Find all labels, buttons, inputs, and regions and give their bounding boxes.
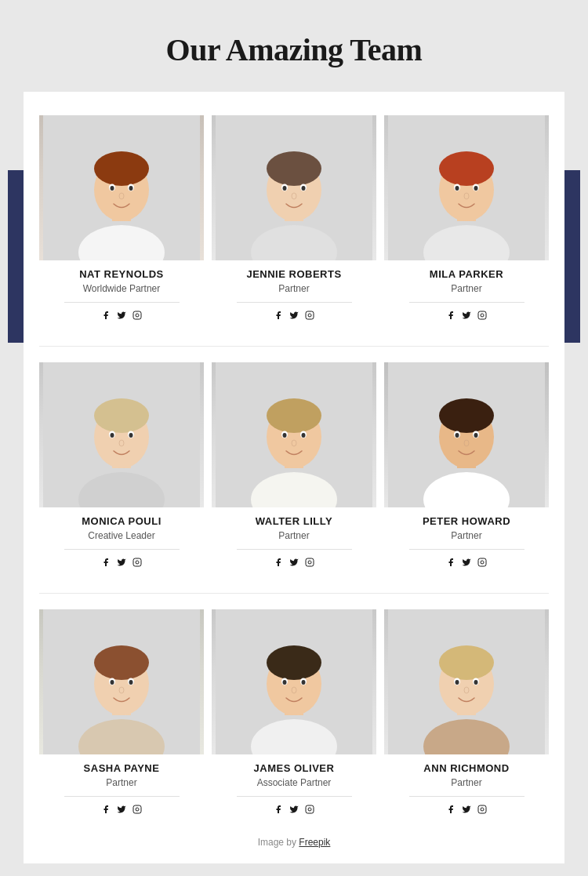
- page-title: Our Amazing Team: [166, 31, 423, 68]
- facebook-icon-nat-reynolds[interactable]: [101, 311, 111, 322]
- svg-point-108: [439, 645, 494, 680]
- svg-point-100: [292, 687, 296, 693]
- svg-point-34: [474, 186, 478, 191]
- svg-point-48: [119, 440, 124, 446]
- svg-point-43: [94, 398, 149, 433]
- member-name-walter-lilly: WALTER LILLY: [256, 515, 332, 527]
- member-card-james-oliver: JAMES OLIVERAssociate Partner: [212, 609, 376, 824]
- twitter-icon-sasha-payne[interactable]: [117, 805, 126, 816]
- member-photo-peter-howard: [384, 362, 549, 507]
- member-card-ann-richmond: ANN RICHMONDPartner: [384, 609, 549, 824]
- twitter-icon-nat-reynolds[interactable]: [117, 311, 126, 322]
- svg-rect-76: [478, 558, 486, 566]
- member-role-mila-parker: Partner: [451, 283, 481, 294]
- svg-point-61: [292, 440, 296, 446]
- svg-rect-115: [478, 805, 486, 813]
- member-card-peter-howard: PETER HOWARDPartner: [384, 362, 549, 577]
- freepik-link[interactable]: Freepik: [299, 837, 330, 848]
- member-name-mila-parker: MILA PARKER: [430, 268, 503, 280]
- svg-point-60: [302, 433, 306, 438]
- member-photo-ann-richmond: [384, 609, 549, 754]
- social-icons-jennie-roberts: [274, 311, 314, 322]
- facebook-icon-ann-richmond[interactable]: [446, 805, 456, 816]
- social-icons-sasha-payne: [101, 805, 142, 816]
- member-photo-walter-lilly: [212, 362, 376, 507]
- twitter-icon-peter-howard[interactable]: [462, 558, 471, 569]
- twitter-icon-ann-richmond[interactable]: [462, 805, 471, 816]
- facebook-icon-mila-parker[interactable]: [446, 311, 456, 322]
- member-divider-jennie-roberts: [237, 302, 352, 303]
- member-photo-sasha-payne: [39, 609, 204, 754]
- svg-point-82: [94, 645, 149, 680]
- member-divider-sasha-payne: [64, 796, 180, 797]
- twitter-icon-mila-parker[interactable]: [462, 311, 471, 322]
- member-name-sasha-payne: SASHA PAYNE: [84, 762, 160, 774]
- instagram-icon-walter-lilly[interactable]: [305, 558, 314, 569]
- instagram-icon-peter-howard[interactable]: [477, 558, 487, 569]
- svg-point-73: [474, 433, 478, 438]
- svg-point-33: [456, 186, 459, 191]
- instagram-icon-jennie-roberts[interactable]: [305, 311, 314, 322]
- svg-point-20: [283, 186, 287, 191]
- facebook-icon-walter-lilly[interactable]: [274, 558, 283, 569]
- svg-point-21: [302, 186, 306, 191]
- member-divider-nat-reynolds: [64, 302, 180, 303]
- member-card-walter-lilly: WALTER LILLYPartner: [212, 362, 376, 577]
- svg-rect-37: [478, 311, 486, 319]
- instagram-icon-sasha-payne[interactable]: [132, 805, 142, 816]
- svg-point-112: [474, 680, 478, 685]
- facebook-icon-monica-pouli[interactable]: [101, 558, 111, 569]
- facebook-icon-peter-howard[interactable]: [446, 558, 456, 569]
- svg-rect-89: [133, 805, 141, 813]
- facebook-icon-james-oliver[interactable]: [274, 805, 283, 816]
- svg-rect-50: [133, 558, 141, 566]
- member-photo-james-oliver: [212, 609, 376, 754]
- member-name-jennie-roberts: JENNIE ROBERTS: [246, 268, 341, 280]
- svg-point-113: [464, 687, 469, 693]
- member-divider-james-oliver: [237, 796, 352, 797]
- svg-rect-63: [306, 558, 314, 566]
- social-icons-ann-richmond: [446, 805, 487, 816]
- svg-point-99: [302, 680, 306, 685]
- svg-point-9: [119, 193, 124, 199]
- member-divider-mila-parker: [409, 302, 524, 303]
- facebook-icon-sasha-payne[interactable]: [101, 805, 111, 816]
- member-role-monica-pouli: Creative Leader: [88, 530, 154, 541]
- svg-point-87: [119, 687, 124, 693]
- instagram-icon-ann-richmond[interactable]: [477, 805, 487, 816]
- instagram-icon-mila-parker[interactable]: [477, 311, 487, 322]
- team-card-container: NAT REYNOLDSWorldwide Partner JENNIE ROB…: [24, 92, 564, 863]
- social-icons-walter-lilly: [274, 558, 314, 569]
- row-divider: [39, 593, 549, 594]
- svg-point-22: [292, 193, 296, 199]
- svg-point-4: [94, 151, 149, 186]
- instagram-icon-monica-pouli[interactable]: [132, 558, 142, 569]
- member-card-monica-pouli: MONICA POULICreative Leader: [39, 362, 204, 577]
- member-divider-ann-richmond: [409, 796, 524, 797]
- svg-rect-24: [306, 311, 314, 319]
- member-card-nat-reynolds: NAT REYNOLDSWorldwide Partner: [39, 115, 204, 330]
- twitter-icon-walter-lilly[interactable]: [289, 558, 299, 569]
- member-name-ann-richmond: ANN RICHMOND: [423, 762, 509, 774]
- twitter-icon-monica-pouli[interactable]: [117, 558, 126, 569]
- twitter-icon-jennie-roberts[interactable]: [289, 311, 299, 322]
- member-photo-nat-reynolds: [39, 115, 204, 260]
- member-divider-walter-lilly: [237, 549, 352, 550]
- svg-point-86: [129, 680, 133, 685]
- member-name-monica-pouli: MONICA POULI: [82, 515, 162, 527]
- svg-point-95: [267, 645, 321, 680]
- svg-point-74: [464, 440, 469, 446]
- svg-point-7: [111, 186, 114, 191]
- instagram-icon-james-oliver[interactable]: [305, 805, 314, 816]
- svg-point-98: [283, 680, 287, 685]
- svg-rect-11: [133, 311, 141, 319]
- svg-point-35: [464, 193, 469, 199]
- member-role-nat-reynolds: Worldwide Partner: [83, 283, 160, 294]
- member-role-peter-howard: Partner: [451, 530, 481, 541]
- twitter-icon-james-oliver[interactable]: [289, 805, 299, 816]
- facebook-icon-jennie-roberts[interactable]: [274, 311, 283, 322]
- member-role-sasha-payne: Partner: [106, 777, 136, 788]
- instagram-icon-nat-reynolds[interactable]: [132, 311, 142, 322]
- svg-point-8: [129, 186, 133, 191]
- svg-point-56: [267, 398, 321, 433]
